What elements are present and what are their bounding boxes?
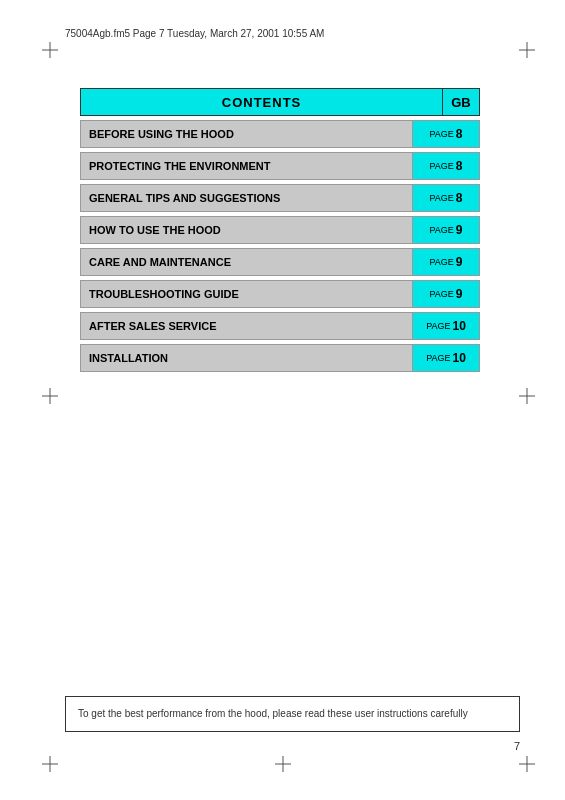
page-num: 9: [456, 255, 463, 269]
cross-bottom-center: [275, 756, 291, 772]
page-number: 7: [514, 740, 520, 752]
note-text: To get the best performance from the hoo…: [78, 707, 507, 721]
page-num: 10: [452, 319, 465, 333]
toc-label: AFTER SALES SERVICE: [80, 312, 412, 340]
toc-label-text: HOW TO USE THE HOOD: [89, 224, 221, 236]
page-num: 9: [456, 223, 463, 237]
cross-middle-right: [519, 388, 535, 404]
toc-page: PAGE 8: [412, 120, 480, 148]
toc-label: CARE AND MAINTENANCE: [80, 248, 412, 276]
toc-label-text: INSTALLATION: [89, 352, 168, 364]
title-main: CONTENTS: [80, 88, 442, 116]
cross-bottom-left: [42, 756, 58, 772]
toc-page: PAGE 9: [412, 280, 480, 308]
page-num: 8: [456, 191, 463, 205]
toc-label-text: TROUBLESHOOTING GUIDE: [89, 288, 239, 300]
toc-page: PAGE 8: [412, 152, 480, 180]
toc-page: PAGE 10: [412, 312, 480, 340]
toc-label: TROUBLESHOOTING GUIDE: [80, 280, 412, 308]
page-num: 9: [456, 287, 463, 301]
page-num: 10: [452, 351, 465, 365]
country-code: GB: [451, 95, 471, 110]
header-bar: 75004Agb.fm5 Page 7 Tuesday, March 27, 2…: [65, 28, 530, 39]
toc-row: BEFORE USING THE HOODPAGE 8: [80, 120, 480, 148]
page-word: PAGE: [429, 161, 453, 171]
page: 75004Agb.fm5 Page 7 Tuesday, March 27, 2…: [0, 0, 565, 800]
toc-label-text: GENERAL TIPS AND SUGGESTIONS: [89, 192, 280, 204]
cross-bottom-right: [519, 756, 535, 772]
toc-label: GENERAL TIPS AND SUGGESTIONS: [80, 184, 412, 212]
toc-label: PROTECTING THE ENVIRONMENT: [80, 152, 412, 180]
toc-label-text: PROTECTING THE ENVIRONMENT: [89, 160, 271, 172]
content-area: CONTENTS GB BEFORE USING THE HOODPAGE 8P…: [80, 88, 480, 376]
toc-row: TROUBLESHOOTING GUIDEPAGE 9: [80, 280, 480, 308]
toc-label: BEFORE USING THE HOOD: [80, 120, 412, 148]
toc-label-text: BEFORE USING THE HOOD: [89, 128, 234, 140]
toc-label: INSTALLATION: [80, 344, 412, 372]
file-info: 75004Agb.fm5 Page 7 Tuesday, March 27, 2…: [65, 28, 324, 39]
toc-label-text: AFTER SALES SERVICE: [89, 320, 217, 332]
toc-label-text: CARE AND MAINTENANCE: [89, 256, 231, 268]
toc-page: PAGE 9: [412, 248, 480, 276]
toc-page: PAGE 9: [412, 216, 480, 244]
page-word: PAGE: [429, 257, 453, 267]
toc-page: PAGE 10: [412, 344, 480, 372]
toc-label: HOW TO USE THE HOOD: [80, 216, 412, 244]
cross-top-left: [42, 42, 58, 58]
page-word: PAGE: [429, 289, 453, 299]
page-word: PAGE: [429, 193, 453, 203]
title-country-code: GB: [442, 88, 480, 116]
cross-top-right: [519, 42, 535, 58]
page-word: PAGE: [426, 321, 450, 331]
page-word: PAGE: [429, 225, 453, 235]
toc-row: AFTER SALES SERVICEPAGE 10: [80, 312, 480, 340]
cross-middle-left: [42, 388, 58, 404]
toc-row: CARE AND MAINTENANCEPAGE 9: [80, 248, 480, 276]
page-num: 8: [456, 159, 463, 173]
toc-table: BEFORE USING THE HOODPAGE 8PROTECTING TH…: [80, 120, 480, 372]
toc-row: INSTALLATIONPAGE 10: [80, 344, 480, 372]
toc-page: PAGE 8: [412, 184, 480, 212]
toc-row: HOW TO USE THE HOODPAGE 9: [80, 216, 480, 244]
page-word: PAGE: [426, 353, 450, 363]
title-row: CONTENTS GB: [80, 88, 480, 116]
title-label: CONTENTS: [222, 95, 302, 110]
page-num: 8: [456, 127, 463, 141]
page-word: PAGE: [429, 129, 453, 139]
toc-row: GENERAL TIPS AND SUGGESTIONSPAGE 8: [80, 184, 480, 212]
note-box: To get the best performance from the hoo…: [65, 696, 520, 732]
toc-row: PROTECTING THE ENVIRONMENTPAGE 8: [80, 152, 480, 180]
